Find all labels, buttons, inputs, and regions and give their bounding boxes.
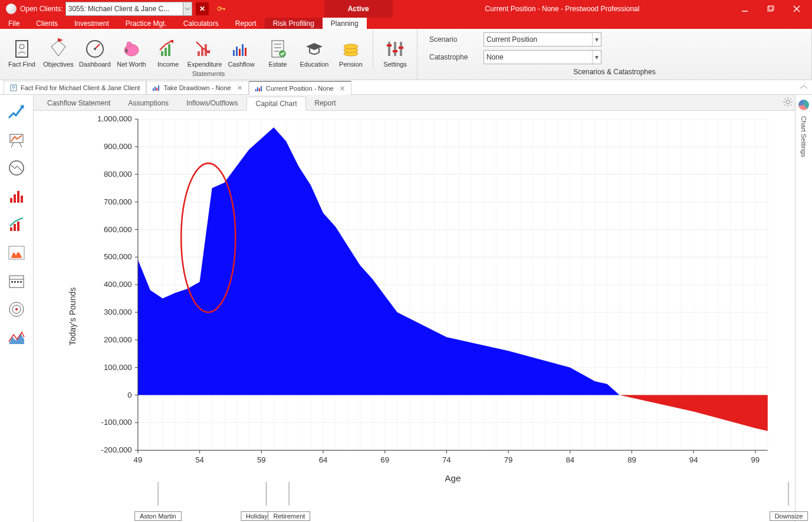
client-selector[interactable]: 3055: Michael Client & Jane C... (65, 2, 183, 16)
menu-file[interactable]: File (0, 18, 28, 29)
close-client-button[interactable]: ✕ (196, 2, 209, 15)
svg-text:64: 64 (319, 455, 328, 464)
doc-tab[interactable]: Current Position - None✕ (249, 81, 351, 95)
event-marker[interactable]: Aston Martin (134, 482, 182, 521)
ribbon-estate[interactable]: Estate (261, 30, 295, 68)
subtab-cashflow-statement[interactable]: Cashflow Statement (38, 96, 119, 110)
ribbon-income[interactable]: Income (151, 30, 185, 68)
svg-text:-200,000: -200,000 (101, 445, 132, 454)
svg-text:500,000: 500,000 (104, 253, 132, 262)
ribbon-fact-find[interactable]: Fact Find (5, 30, 39, 68)
ribbon-cashflow[interactable]: Cashflow (224, 30, 258, 68)
svg-rect-66 (20, 281, 22, 283)
window-close-button[interactable] (784, 0, 810, 18)
ribbon-collapse-button[interactable] (799, 84, 808, 92)
calendar-icon[interactable] (6, 270, 27, 292)
svg-rect-13 (126, 49, 127, 52)
menu-calculators[interactable]: Calculators (175, 18, 227, 29)
chart-settings-label[interactable]: Chart Settings (800, 116, 807, 157)
estate-icon (267, 38, 288, 60)
ribbon-expenditure[interactable]: Expenditure (188, 30, 222, 68)
title-bar: Open Clients: 3055: Michael Client & Jan… (0, 0, 812, 18)
svg-rect-48 (261, 86, 262, 91)
svg-rect-37 (393, 50, 397, 52)
ribbon-net-worth[interactable]: Net Worth (114, 30, 149, 68)
svg-text:Age: Age (445, 473, 461, 483)
svg-rect-23 (242, 44, 244, 56)
bars-trend-icon[interactable] (6, 214, 27, 235)
refresh-button[interactable]: ⟳▾ (216, 4, 226, 14)
event-label: Retirement (268, 511, 311, 521)
scenario-select[interactable]: Current Position ▾ (484, 32, 601, 47)
svg-text:94: 94 (689, 455, 698, 464)
subtab-capital-chart[interactable]: Capital Chart (246, 97, 305, 111)
svg-point-10 (94, 48, 96, 50)
event-label: Downsize (770, 511, 808, 521)
catastrophe-value: None (486, 53, 504, 61)
subtab-inflows-outflows[interactable]: Inflows/Outflows (177, 96, 246, 110)
svg-rect-33 (388, 42, 390, 56)
svg-line-50 (11, 143, 14, 147)
event-marker[interactable]: Retirement (268, 482, 311, 521)
ribbon-settings[interactable]: Settings (373, 30, 412, 68)
y-axis-label: Today's Pounds (68, 288, 77, 345)
menu-bar: File Clients Investment Practice Mgt. Ca… (0, 18, 812, 29)
menu-report[interactable]: Report (227, 18, 265, 29)
svg-rect-38 (399, 47, 403, 49)
menu-clients[interactable]: Clients (28, 18, 66, 29)
svg-rect-20 (233, 50, 235, 56)
svg-text:900,000: 900,000 (104, 142, 132, 151)
subtab-report[interactable]: Report (306, 96, 345, 110)
main-panel: Cashflow StatementAssumptionsInflows/Out… (34, 95, 795, 522)
red-bars-icon[interactable] (6, 186, 27, 207)
presentation-chart-icon[interactable] (6, 129, 27, 150)
catastrophe-select[interactable]: None ▾ (484, 50, 601, 64)
svg-rect-45 (255, 89, 257, 91)
svg-rect-58 (14, 224, 16, 231)
svg-rect-44 (158, 85, 159, 91)
maximize-icon (767, 5, 774, 12)
ribbon-context-tab[interactable]: Active (324, 0, 393, 18)
fire-chart-icon[interactable] (6, 242, 27, 263)
svg-text:200,000: 200,000 (104, 335, 132, 344)
svg-rect-64 (14, 281, 16, 283)
menu-investment[interactable]: Investment (66, 18, 117, 29)
svg-rect-46 (257, 87, 258, 91)
event-marker[interactable]: Downsize (770, 482, 808, 521)
marker-line-icon (285, 482, 293, 511)
panel-settings-button[interactable] (783, 97, 793, 108)
clock-decline-icon[interactable] (6, 157, 27, 179)
svg-rect-2 (769, 5, 774, 10)
minimize-button[interactable] (732, 0, 758, 18)
doc-tab[interactable]: Take Drawdown - None✕ (146, 81, 248, 94)
maximize-button[interactable] (758, 0, 784, 18)
menu-planning[interactable]: Planning (323, 18, 367, 29)
pie-icon[interactable] (798, 100, 809, 110)
tab-close-button[interactable]: ✕ (340, 85, 345, 92)
svg-rect-63 (11, 281, 13, 283)
gear-icon (783, 97, 793, 107)
target-icon[interactable] (6, 299, 27, 320)
doc-tab[interactable]: Fact Find for Michael Client & Jane Clie… (4, 81, 146, 94)
left-icon-bar (0, 95, 34, 522)
pension-icon (340, 38, 361, 60)
ribbon-education[interactable]: Education (297, 30, 331, 68)
ribbon-pension[interactable]: Pension (334, 30, 368, 68)
capital-chart[interactable]: -200,000-100,0000100,000200,000300,00040… (36, 113, 774, 498)
chevron-down-icon (185, 6, 190, 11)
growth-chart-icon[interactable] (6, 101, 27, 122)
client-selector-dropdown[interactable] (183, 2, 192, 16)
menu-risk-profiling[interactable]: Risk Profiling (265, 18, 323, 29)
window-title: Current Position - None - Prestwood Prof… (393, 5, 732, 13)
menu-practice[interactable]: Practice Mgt. (117, 18, 175, 29)
area-line-icon[interactable] (6, 327, 27, 348)
chevron-down-icon: ▾ (592, 33, 601, 46)
svg-text:0: 0 (127, 391, 132, 399)
ribbon-dashboard[interactable]: Dashboard (78, 30, 112, 68)
svg-text:49: 49 (134, 455, 143, 464)
doc-icon (10, 84, 17, 91)
subtab-assumptions[interactable]: Assumptions (119, 96, 177, 110)
tab-close-button[interactable]: ✕ (237, 84, 242, 92)
ribbon-objectives[interactable]: Objectives (41, 30, 75, 68)
svg-rect-56 (21, 196, 23, 203)
